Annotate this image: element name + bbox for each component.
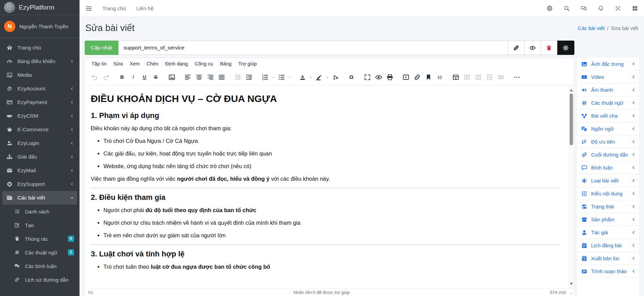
- hamburger-icon[interactable]: [85, 5, 92, 12]
- preview-button[interactable]: [373, 72, 384, 83]
- highlight-color-button[interactable]: [313, 72, 325, 83]
- editor-scrollbar[interactable]: [568, 85, 574, 288]
- menu-cong-cu[interactable]: Công cụ: [191, 59, 216, 69]
- navbar-bell-icon[interactable]: [598, 5, 604, 12]
- panel-item-san-pham[interactable]: Sản phẩm: [577, 213, 639, 226]
- scroll-up-button[interactable]: [568, 87, 574, 93]
- panel-item-binh-luan[interactable]: Bình luận: [577, 161, 639, 174]
- navbar-link-lien-he[interactable]: Liên hệ: [136, 5, 154, 12]
- panel-item-loai-bai-viet[interactable]: Loại bài viết: [577, 174, 639, 187]
- doc-subheading: 3. Luật chơi và tính hợp lệ: [91, 250, 560, 258]
- sidebar-item-lich-su-duong-dan[interactable]: Lịch sử đường dẫn: [2, 273, 77, 286]
- sidebar-item-ezymail[interactable]: EzyMail: [2, 164, 77, 177]
- panel-item-xuat-ban-luc[interactable]: Xuất bản lúc: [577, 252, 639, 265]
- panel-item-ngon-ngu[interactable]: A★Ngôn ngữ: [577, 122, 639, 135]
- ordered-list-button[interactable]: 123: [259, 72, 271, 83]
- strikethrough-button[interactable]: S: [150, 72, 161, 83]
- brand[interactable]: EzyPlatform: [0, 0, 80, 15]
- element-path[interactable]: h1: [88, 290, 93, 295]
- bold-button[interactable]: B: [116, 72, 128, 83]
- menu-sua[interactable]: Sửa: [110, 59, 126, 69]
- underline-button[interactable]: U: [139, 72, 150, 83]
- panel-item-do-uu-tien[interactable]: Độ ưu tiên: [577, 135, 639, 148]
- resize-grip-icon[interactable]: [568, 290, 573, 295]
- panel-item-tac-gia[interactable]: Tác giả: [577, 226, 639, 239]
- sidebar-item-thung-rac[interactable]: Thùng rác0: [2, 232, 77, 246]
- navbar-expand-icon[interactable]: [615, 5, 621, 12]
- navbar-grid-icon[interactable]: [632, 5, 638, 12]
- navbar-globe-icon[interactable]: [546, 5, 553, 12]
- text-color-button[interactable]: A: [297, 72, 308, 83]
- link-button[interactable]: [412, 72, 423, 83]
- delete-button[interactable]: [541, 41, 557, 55]
- slug-input[interactable]: [118, 41, 508, 55]
- menu-bang[interactable]: Bảng: [216, 59, 235, 69]
- unlink-button[interactable]: [508, 41, 525, 55]
- bullet-list-caret[interactable]: [287, 72, 292, 83]
- sidebar-item-danh-sach[interactable]: Danh sách: [2, 205, 77, 218]
- sidebar-item-trang-chu[interactable]: Trang chủ: [2, 41, 77, 55]
- ordered-list-caret[interactable]: [271, 72, 276, 83]
- breadcrumb-link[interactable]: Các bài viết: [578, 25, 604, 31]
- menu-tap-tin[interactable]: Tập tin: [88, 59, 110, 69]
- align-justify-button[interactable]: [216, 72, 227, 83]
- panel-item-anh-dac-trung[interactable]: Ảnh đặc trưng: [577, 58, 639, 71]
- text-color-caret[interactable]: [308, 72, 313, 83]
- sidebar-item-bang-dieu-khien[interactable]: Bảng điều khiển: [2, 55, 77, 68]
- chevron-left-icon: [70, 141, 74, 145]
- more-button[interactable]: [511, 72, 523, 83]
- user-panel[interactable]: N Nguyễn Thanh Tuyền: [0, 15, 80, 38]
- clear-formatting-button[interactable]: T: [330, 72, 341, 83]
- panel-item-trinh-soan-thao[interactable]: Trình soạn thảo: [577, 265, 639, 278]
- panel-item-lich-dang-bai[interactable]: Lịch đăng bài: [577, 239, 639, 252]
- sidebar-item-giai-dau[interactable]: Giải đấu: [2, 150, 77, 164]
- sidebar-item-ezycrm[interactable]: EzyCRM: [2, 109, 77, 123]
- print-button[interactable]: [384, 72, 396, 83]
- scrollbar-thumb[interactable]: [570, 93, 573, 145]
- table-button[interactable]: [450, 72, 461, 83]
- sidebar-item-cac-bai-viet[interactable]: Các bài viết: [2, 191, 77, 205]
- preview-button[interactable]: [525, 41, 541, 55]
- word-count[interactable]: 574 chữ: [550, 290, 566, 295]
- settings-button[interactable]: [557, 41, 574, 55]
- sidebar-item-ezypayment[interactable]: EzyPayment: [2, 95, 77, 109]
- sidebar-item-ezyaccount[interactable]: @EzyAccount: [2, 82, 77, 95]
- menu-chen[interactable]: Chèn: [143, 59, 162, 69]
- sidebar-item-media[interactable]: Media: [2, 68, 77, 82]
- highlight-color-caret[interactable]: [325, 72, 330, 83]
- italic-button[interactable]: I: [128, 72, 139, 83]
- panel-item-trang-thai[interactable]: Trạng thái: [577, 200, 639, 213]
- sidebar-item-tao[interactable]: Tạo: [2, 218, 77, 232]
- menu-dinh-dang[interactable]: Định dạng: [162, 59, 191, 69]
- navbar-search-icon[interactable]: [563, 5, 570, 12]
- panel-item-video[interactable]: Video: [577, 71, 639, 84]
- bullet-list-button[interactable]: [276, 72, 287, 83]
- editor-content[interactable]: ĐIỀU KHOẢN DỊCH VỤ – CỜ ĐUA NGỰA1. Phạm …: [85, 85, 568, 288]
- indent-button[interactable]: [243, 72, 255, 83]
- panel-item-cuoi-duong-dan[interactable]: Cuối đường dẫn: [577, 148, 639, 161]
- sidebar-item-cac-binh-luan[interactable]: Các bình luận: [2, 259, 77, 273]
- align-left-button[interactable]: [182, 72, 194, 83]
- sidebar-item-cac-thuat-ngu[interactable]: Các thuật ngữ2: [2, 246, 77, 259]
- menu-xem[interactable]: Xem: [126, 59, 143, 69]
- sidebar-item-ezysupport[interactable]: EzySupport: [2, 177, 77, 191]
- anchor-button[interactable]: [423, 72, 434, 83]
- fullscreen-button[interactable]: [362, 72, 373, 83]
- sidebar-item-ezylogin[interactable]: EzyLogin: [2, 136, 77, 150]
- panel-item-cac-thuat-ngu[interactable]: Các thuật ngữ: [577, 97, 639, 109]
- special-character-button[interactable]: Ω: [346, 72, 357, 83]
- align-right-button[interactable]: [205, 72, 216, 83]
- navbar-link-trang-chu[interactable]: Trang chủ: [102, 5, 126, 12]
- code-sample-button[interactable]: {;}: [434, 72, 445, 83]
- sidebar-item-e-commerce[interactable]: E-Commerce: [2, 123, 77, 136]
- scroll-down-button[interactable]: [568, 281, 574, 287]
- insert-image-button[interactable]: [166, 72, 177, 83]
- media-button[interactable]: [400, 72, 412, 83]
- navbar-chat-icon[interactable]: [581, 5, 587, 12]
- panel-item-kieu-noi-dung[interactable]: Kiểu nội dung: [577, 187, 639, 200]
- panel-item-am-thanh[interactable]: Âm thanh: [577, 84, 639, 97]
- panel-item-bai-viet-cha[interactable]: Bài viết cha: [577, 109, 639, 122]
- update-button[interactable]: Cập nhật: [85, 41, 118, 55]
- menu-tro-giup[interactable]: Trợ giúp: [235, 59, 260, 69]
- align-center-button[interactable]: [194, 72, 205, 83]
